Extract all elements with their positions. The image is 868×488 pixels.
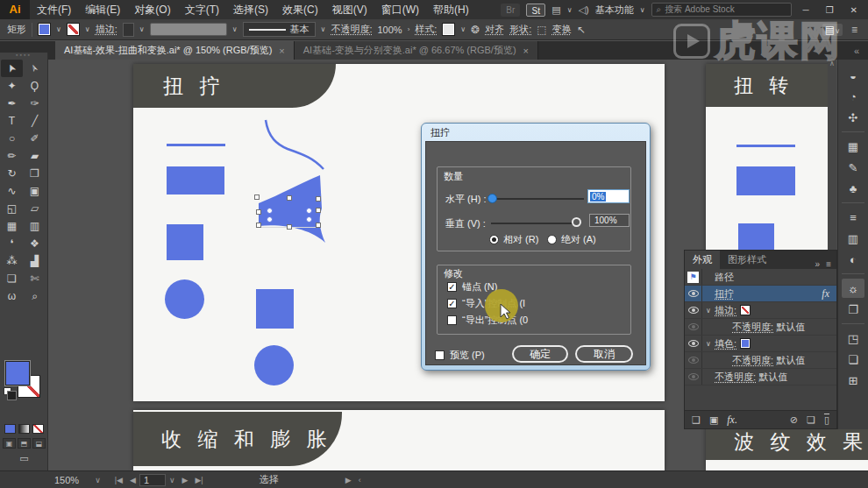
width-tool[interactable]: ∿ bbox=[1, 182, 23, 200]
column-graph-tool[interactable]: ▟ bbox=[24, 252, 46, 270]
chevron-down-icon[interactable]: ∨ bbox=[567, 6, 573, 14]
transparency-icon[interactable]: ◐ bbox=[842, 250, 864, 269]
visibility-cell[interactable] bbox=[685, 336, 702, 351]
maximize-button[interactable]: ❐ bbox=[821, 5, 839, 15]
tab-graphic-styles[interactable]: 图形样式 bbox=[720, 251, 774, 269]
selection-tool[interactable]: ➤ bbox=[1, 60, 23, 77]
selection-handle[interactable] bbox=[287, 195, 292, 201]
panel-grip[interactable]: ▪▪▪▪ bbox=[0, 53, 47, 60]
selection-handle[interactable] bbox=[316, 196, 321, 202]
fill-swatch[interactable] bbox=[5, 361, 30, 385]
stroke-weight-label[interactable]: 描边: bbox=[96, 23, 117, 36]
curvature-tool[interactable]: ✑ bbox=[24, 95, 46, 112]
menu-view[interactable]: 视图(V) bbox=[325, 0, 374, 19]
ellipse-tool[interactable]: ○ bbox=[1, 130, 23, 147]
add-stroke-icon[interactable]: ❑ bbox=[692, 414, 701, 426]
menu-effect[interactable]: 效果(C) bbox=[275, 0, 325, 19]
shape-circle[interactable] bbox=[165, 279, 204, 319]
paintbrush-tool[interactable]: ✐ bbox=[24, 130, 46, 147]
vertical-slider-handle[interactable] bbox=[572, 217, 581, 227]
recolor-artwork-icon[interactable]: ✣ bbox=[842, 108, 864, 127]
draw-behind-icon[interactable]: ⬒ bbox=[18, 438, 31, 449]
chevron-down-icon[interactable]: ∨ bbox=[232, 25, 238, 33]
shape-line[interactable] bbox=[736, 145, 795, 147]
anchor-point[interactable] bbox=[267, 208, 273, 214]
shape-mode-icon[interactable]: ⬚ bbox=[537, 24, 546, 36]
stock-search-input[interactable]: ⌕ 搜索 Adobe Stock bbox=[651, 3, 792, 17]
vertical-value-field[interactable]: 100% bbox=[589, 214, 630, 227]
color-guide-icon[interactable]: ◔ bbox=[842, 87, 864, 106]
angle-right-icon[interactable]: › bbox=[408, 25, 410, 33]
stroke-profile-select[interactable]: 基本 bbox=[243, 22, 316, 37]
list-icon[interactable]: ≡ bbox=[851, 24, 857, 36]
preview-checkbox[interactable]: 预览 (P) bbox=[435, 349, 485, 362]
fill-color-swatch[interactable] bbox=[38, 23, 51, 36]
selection-handle[interactable] bbox=[316, 223, 321, 228]
eye-icon[interactable] bbox=[688, 290, 699, 297]
app-logo[interactable]: Ai bbox=[0, 0, 30, 19]
horizontal-value-field[interactable]: 0% bbox=[587, 189, 630, 203]
anchor-point[interactable] bbox=[306, 208, 312, 214]
eye-icon[interactable] bbox=[688, 323, 699, 330]
selection-handle[interactable] bbox=[254, 194, 260, 200]
clear-appearance-icon[interactable]: ⊘ bbox=[790, 414, 798, 426]
opacity-label[interactable]: 不透明度: bbox=[331, 23, 372, 36]
symbol-sprayer-tool[interactable]: ⁂ bbox=[1, 252, 23, 270]
visibility-cell[interactable] bbox=[685, 369, 702, 385]
chevron-down-icon[interactable]: ∨ bbox=[85, 25, 90, 33]
shape-curve[interactable] bbox=[260, 117, 329, 173]
menu-window[interactable]: 窗口(W) bbox=[374, 0, 426, 19]
row-label[interactable]: 填色: bbox=[715, 337, 736, 350]
shape-rectangle[interactable] bbox=[736, 166, 795, 195]
chevron-down-icon[interactable]: ∨ bbox=[139, 25, 145, 33]
horizontal-slider[interactable] bbox=[491, 198, 584, 200]
last-page-icon[interactable]: ▶| bbox=[191, 476, 206, 484]
document-setup-icon[interactable]: ❂ bbox=[471, 24, 480, 36]
stroke-weight-field[interactable] bbox=[123, 23, 134, 37]
default-fill-stroke-icon[interactable] bbox=[4, 387, 11, 395]
row-label[interactable]: 扭拧 bbox=[715, 287, 734, 301]
appearance-row-opacity[interactable]: 不透明度: 默认值 bbox=[685, 369, 836, 385]
chevron-down-icon[interactable]: ∨ bbox=[640, 6, 645, 14]
shape-circle[interactable] bbox=[254, 345, 294, 385]
layers-icon[interactable]: ❏ bbox=[842, 350, 864, 369]
close-icon[interactable]: × bbox=[523, 46, 529, 56]
next-icon[interactable]: ▶ bbox=[342, 476, 355, 484]
rotate-tool[interactable]: ↻ bbox=[1, 165, 23, 182]
transform-button[interactable]: 变换 bbox=[552, 23, 572, 36]
absolute-radio[interactable]: 绝对 (A) bbox=[547, 233, 596, 246]
appearance-row-stroke[interactable]: ∨ 描边: bbox=[685, 302, 836, 319]
appearance-row-twist-effect[interactable]: 扭拧 fx bbox=[685, 286, 836, 302]
panel-overflow-icon[interactable]: » bbox=[815, 259, 821, 269]
row-label[interactable]: 不透明度: 默认值 bbox=[715, 371, 787, 384]
scroll-up-icon[interactable]: ∧ bbox=[829, 60, 835, 67]
delete-item-icon[interactable]: ▯ bbox=[824, 414, 829, 426]
relative-radio[interactable]: 相对 (R) bbox=[489, 233, 538, 246]
tab-appearance[interactable]: 外观 bbox=[685, 251, 720, 269]
symbols-icon[interactable]: ♣ bbox=[842, 179, 864, 198]
anchor-point[interactable] bbox=[306, 216, 312, 223]
shape-square[interactable] bbox=[256, 289, 294, 329]
arrange-documents-icon[interactable]: ▤∨ bbox=[822, 24, 843, 36]
chevron-down-icon[interactable]: ∨ bbox=[166, 476, 179, 484]
stock-badge[interactable]: St bbox=[526, 4, 545, 17]
eye-icon[interactable] bbox=[688, 307, 699, 314]
duplicate-item-icon[interactable]: ❏ bbox=[807, 414, 815, 426]
perspective-grid-tool[interactable]: ▱ bbox=[24, 200, 46, 217]
appearance-row-fill-opacity[interactable]: 不透明度: 默认值 bbox=[685, 352, 836, 369]
eye-icon[interactable] bbox=[688, 357, 699, 364]
lasso-tool[interactable]: Ϙ bbox=[24, 77, 46, 95]
row-label[interactable]: 描边: bbox=[715, 304, 736, 317]
close-icon[interactable]: × bbox=[279, 46, 284, 56]
opacity-value[interactable]: 100% bbox=[377, 25, 402, 35]
magic-wand-tool[interactable]: ✦ bbox=[1, 77, 23, 95]
first-page-icon[interactable]: |◀ bbox=[111, 476, 126, 484]
document-tab-active[interactable]: AI基础-效果-扭曲和变换.ai* @ 150% (RGB/预览) × bbox=[55, 41, 295, 60]
direct-selection-tool[interactable]: ➢ bbox=[24, 60, 46, 77]
gradient-mode-button[interactable] bbox=[18, 424, 30, 434]
eraser-tool[interactable]: ▰ bbox=[24, 147, 46, 165]
menu-object[interactable]: 对象(O) bbox=[127, 0, 177, 19]
draw-normal-icon[interactable]: ▣ bbox=[3, 438, 16, 449]
visibility-cell[interactable] bbox=[685, 302, 702, 318]
artboard-tool[interactable]: ❏ bbox=[1, 270, 23, 287]
